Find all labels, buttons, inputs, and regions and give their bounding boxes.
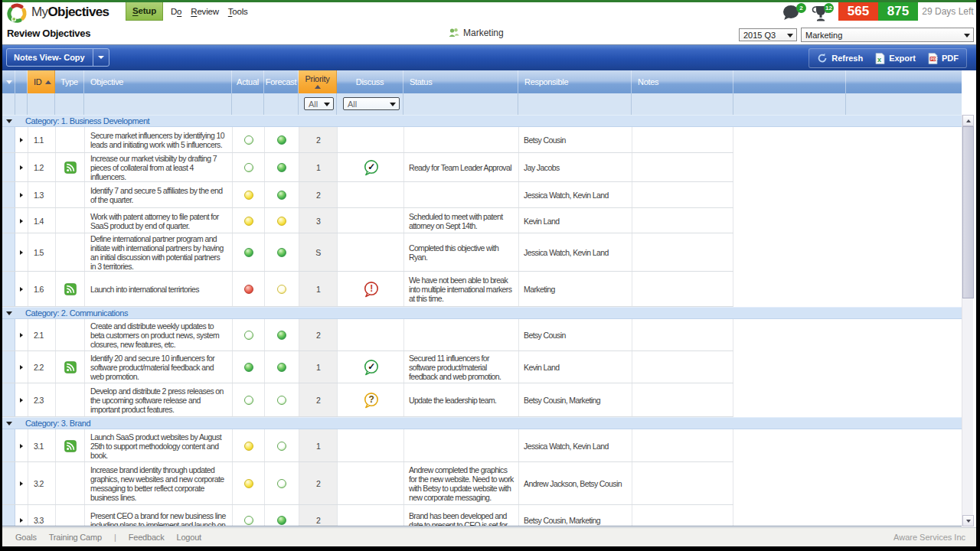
column-header-discuss[interactable]: Discuss <box>337 70 403 93</box>
column-header-forecast[interactable]: Forecast <box>264 70 299 93</box>
objective-row[interactable]: 3.1 Launch SaaS product websites by Augu… <box>2 429 962 462</box>
grid-toolbar: Notes View- Copy Refresh x Export <box>2 44 976 70</box>
objective-row[interactable]: 1.6 Launch into international terrirtori… <box>2 272 962 307</box>
objective-row[interactable]: 1.3 Identify 7 and secure 5 affiliates b… <box>2 182 962 208</box>
row-priority-cell: 2 <box>299 319 337 351</box>
objective-row[interactable]: 3.3 Present CEO a brand for new business… <box>2 505 962 527</box>
discuss-filter-caret-icon <box>390 103 396 106</box>
footer-link-logout[interactable]: Logout <box>176 533 201 542</box>
row-responsible-cell: Jessica Watch, Kevin Land <box>518 233 632 272</box>
row-forecast-cell <box>264 233 299 272</box>
row-gutter-cell <box>2 233 15 272</box>
row-expand-toggle[interactable] <box>15 383 28 417</box>
column-header-status-label: Status <box>410 77 432 86</box>
row-discuss-cell <box>337 127 403 153</box>
refresh-label: Refresh <box>831 54 863 63</box>
row-objective-cell: Develop and distribute 2 press releases … <box>84 383 232 417</box>
row-discuss-cell: ! <box>337 272 403 307</box>
expand-arrow-icon <box>20 165 23 170</box>
notes-view-copy-button[interactable]: Notes View- Copy <box>6 48 109 67</box>
row-expand-toggle[interactable] <box>15 208 28 233</box>
scroll-up-button[interactable] <box>962 115 974 126</box>
vertical-scrollbar[interactable] <box>962 115 973 527</box>
column-header-id[interactable]: ID <box>28 70 55 93</box>
scrollbar-thumb[interactable] <box>962 126 974 298</box>
grid-header-row: ID Type Objective Actual Forecast Priori… <box>2 70 962 93</box>
row-expand-toggle[interactable] <box>15 182 28 208</box>
app-window: MyObjectives SetupDoReviewTools 2 12 565… <box>2 0 976 546</box>
row-gutter-cell <box>2 127 15 153</box>
view-dropdown-arrow[interactable] <box>93 56 109 59</box>
row-expand-toggle[interactable] <box>15 351 28 383</box>
nav-tab-review[interactable]: Review <box>186 4 224 19</box>
objective-row[interactable]: 1.1 Secure market influencers by identif… <box>2 127 962 153</box>
row-priority-cell: S <box>299 233 337 272</box>
row-expand-toggle[interactable] <box>15 233 28 272</box>
category-row[interactable]: Category: 2. Communications <box>2 307 962 319</box>
column-header-actual[interactable]: Actual <box>232 70 264 93</box>
footer-link-goals[interactable]: Goals <box>15 533 37 542</box>
row-responsible-cell: Betsy Cousin, Marketing <box>518 383 632 417</box>
column-header-priority[interactable]: Priority <box>299 70 337 93</box>
collapse-all-header-cell[interactable] <box>2 70 15 93</box>
page-title: Review Objectives <box>7 28 90 39</box>
column-header-actual-label: Actual <box>237 77 259 86</box>
row-status-cell: Update the leadership team. <box>403 383 518 417</box>
nav-tab-tools[interactable]: Tools <box>224 4 253 19</box>
footer-link-feedback[interactable]: Feedback <box>129 533 165 542</box>
column-header-objective-label: Objective <box>90 77 123 86</box>
nav-tab-setup[interactable]: Setup <box>126 2 163 21</box>
export-button[interactable]: x Export <box>875 53 916 64</box>
team-select[interactable]: Marketing <box>801 28 974 42</box>
row-discuss-cell <box>337 182 403 208</box>
row-id-cell: 2.2 <box>28 351 55 383</box>
main-nav: SetupDoReviewTools <box>126 2 253 21</box>
status-ball-green-open <box>244 516 253 525</box>
row-expand-toggle[interactable] <box>15 429 28 462</box>
category-row[interactable]: Category: 3. Brand <box>2 417 962 429</box>
column-header-status[interactable]: Status <box>403 70 518 93</box>
column-header-objective[interactable]: Objective <box>84 70 232 93</box>
objective-row[interactable]: 2.1 Create and distribute weekly updates… <box>2 319 962 351</box>
row-notes-cell <box>632 383 733 417</box>
svg-text:?: ? <box>368 394 374 405</box>
priority-filter-select[interactable]: All <box>304 97 334 110</box>
nav-tab-do[interactable]: Do <box>166 4 186 19</box>
discuss-filter-select[interactable]: All <box>343 97 400 110</box>
column-header-empty-2 <box>846 70 962 93</box>
row-id-cell: 1.3 <box>28 182 55 208</box>
row-expand-toggle[interactable] <box>15 153 28 182</box>
row-expand-toggle[interactable] <box>15 505 28 527</box>
row-expand-toggle[interactable] <box>15 272 28 307</box>
row-forecast-cell <box>264 272 299 307</box>
category-row[interactable]: Category: 1. Business Development <box>2 115 962 127</box>
column-header-notes[interactable]: Notes <box>632 70 733 93</box>
pdf-button[interactable]: PDF PDF <box>928 53 959 64</box>
objective-row[interactable]: 3.2 Increase brand identity through upda… <box>2 462 962 505</box>
category-collapse-icon <box>6 311 12 315</box>
column-header-type[interactable]: Type <box>55 70 84 93</box>
row-responsible-cell: Kevin Land <box>518 351 632 383</box>
refresh-button[interactable]: Refresh <box>817 53 863 64</box>
row-expand-toggle[interactable] <box>15 127 28 153</box>
objective-row[interactable]: 2.3 Develop and distribute 2 press relea… <box>2 383 962 417</box>
objective-row[interactable]: 1.5 Define international partner program… <box>2 233 962 272</box>
column-header-responsible[interactable]: Responsible <box>518 70 632 93</box>
column-header-empty-1 <box>733 70 846 93</box>
row-forecast-cell <box>264 462 299 505</box>
team-select-caret-icon <box>964 34 970 37</box>
footer-link-training-camp[interactable]: Training Camp <box>49 533 102 542</box>
row-discuss-cell <box>337 319 403 351</box>
scroll-down-button[interactable] <box>962 515 974 527</box>
row-discuss-cell <box>337 429 403 462</box>
objective-row[interactable]: 1.2 Increase our market visibilty by dra… <box>2 153 962 182</box>
category-label: Category: 3. Brand <box>25 419 90 428</box>
row-expand-toggle[interactable] <box>15 462 28 505</box>
row-expand-toggle[interactable] <box>15 319 28 351</box>
objective-row[interactable]: 1.4 Work with patent attorney to file pa… <box>2 208 962 233</box>
row-forecast-cell <box>264 319 299 351</box>
row-notes-cell <box>632 319 733 351</box>
export-excel-icon: x <box>875 53 885 64</box>
period-select[interactable]: 2015 Q3 <box>739 28 797 41</box>
objective-row[interactable]: 2.2 Identify 20 and secure 10 influencer… <box>2 351 962 383</box>
